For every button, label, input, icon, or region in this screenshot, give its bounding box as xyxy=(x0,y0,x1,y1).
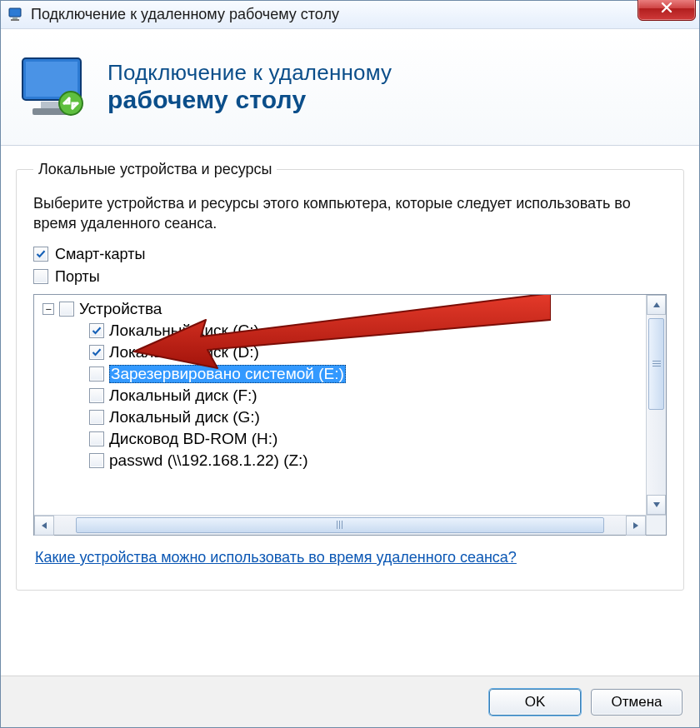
svg-rect-1 xyxy=(12,17,18,19)
horizontal-scrollbar[interactable] xyxy=(34,515,666,535)
tree-expander[interactable]: − xyxy=(42,303,54,315)
tree-item[interactable]: Локальный диск (D:) xyxy=(39,342,661,363)
rdp-mini-icon xyxy=(8,7,24,23)
tree-item-label[interactable]: Локальный диск (G:) xyxy=(109,408,260,426)
tree-item-label[interactable]: Зарезервировано системой (E:) xyxy=(109,365,346,383)
top-check-row: Порты xyxy=(33,268,667,286)
tree-item[interactable]: Зарезервировано системой (E:) xyxy=(39,363,661,385)
tree-root-label[interactable]: Устройства xyxy=(79,300,162,318)
close-icon xyxy=(660,1,673,18)
dialog-window: Подключение к удаленному рабочему столу … xyxy=(0,0,700,728)
banner-line1: Подключение к удаленному xyxy=(108,60,392,86)
tree-checkbox-1[interactable] xyxy=(89,345,104,360)
dialog-footer: OK Отмена xyxy=(1,676,699,727)
window-title: Подключение к удаленному рабочему столу xyxy=(31,6,339,23)
scroll-right-button[interactable] xyxy=(626,516,646,536)
tree-item[interactable]: Локальный диск (G:) xyxy=(39,406,661,428)
main-area: Локальные устройства и ресурсы Выберите … xyxy=(1,146,699,676)
tree-item[interactable]: passwd (\\192.168.1.22) (Z:) xyxy=(39,450,661,471)
scroll-up-button[interactable] xyxy=(647,295,666,315)
ok-button[interactable]: OK xyxy=(489,689,581,716)
tree-checkbox-6[interactable] xyxy=(89,453,104,468)
local-devices-group: Локальные устройства и ресурсы Выберите … xyxy=(16,161,684,591)
banner-line2: рабочему столу xyxy=(108,86,392,114)
group-legend: Локальные устройства и ресурсы xyxy=(33,161,277,178)
tree-checkbox-2[interactable] xyxy=(89,366,104,381)
horizontal-scroll-thumb[interactable] xyxy=(76,517,604,533)
title-bar: Подключение к удаленному рабочему столу xyxy=(1,1,699,29)
scroll-corner xyxy=(646,516,666,535)
header-banner: Подключение к удаленному рабочему столу xyxy=(1,29,699,146)
tree-item-label[interactable]: Локальный диск (C:) xyxy=(109,322,259,340)
tree-checkbox-3[interactable] xyxy=(89,388,104,403)
tree-item[interactable]: Дисковод BD-ROM (H:) xyxy=(39,428,661,450)
group-instruction: Выберите устройства и ресурсы этого комп… xyxy=(33,193,667,234)
svg-point-7 xyxy=(59,92,82,115)
tree-item-label[interactable]: Локальный диск (D:) xyxy=(109,343,259,362)
tree-item-label[interactable]: Дисковод BD-ROM (H:) xyxy=(109,430,278,448)
close-button[interactable] xyxy=(638,0,696,21)
scroll-down-button[interactable] xyxy=(647,495,666,515)
vertical-scrollbar[interactable] xyxy=(646,295,666,515)
tree-item-label[interactable]: passwd (\\192.168.1.22) (Z:) xyxy=(109,451,308,470)
tree-item[interactable]: Локальный диск (F:) xyxy=(39,385,661,406)
tree-item-label[interactable]: Локальный диск (F:) xyxy=(109,386,258,405)
checkbox-devices-root[interactable] xyxy=(59,302,74,317)
checkbox-0[interactable] xyxy=(33,247,48,262)
help-link[interactable]: Какие устройства можно использовать во в… xyxy=(35,549,517,566)
tree-checkbox-0[interactable] xyxy=(89,323,104,338)
svg-rect-2 xyxy=(11,19,19,21)
checkbox-label[interactable]: Смарт-карты xyxy=(55,246,145,263)
top-check-row: Смарт-карты xyxy=(33,246,667,263)
checkbox-1[interactable] xyxy=(33,269,48,284)
tree-item[interactable]: Локальный диск (C:) xyxy=(39,320,661,342)
scroll-left-button[interactable] xyxy=(34,516,54,536)
cancel-button[interactable]: Отмена xyxy=(591,689,682,716)
rdp-large-icon xyxy=(18,52,92,127)
vertical-scroll-thumb[interactable] xyxy=(648,318,664,410)
svg-rect-5 xyxy=(41,102,61,108)
svg-rect-0 xyxy=(9,8,21,17)
tree-checkbox-4[interactable] xyxy=(89,410,104,425)
device-tree: − Устройства Локальный диск (C:)Локальны… xyxy=(33,294,667,536)
banner-heading: Подключение к удаленному рабочему столу xyxy=(108,60,392,114)
checkbox-label[interactable]: Порты xyxy=(55,268,100,286)
tree-checkbox-5[interactable] xyxy=(89,431,104,446)
